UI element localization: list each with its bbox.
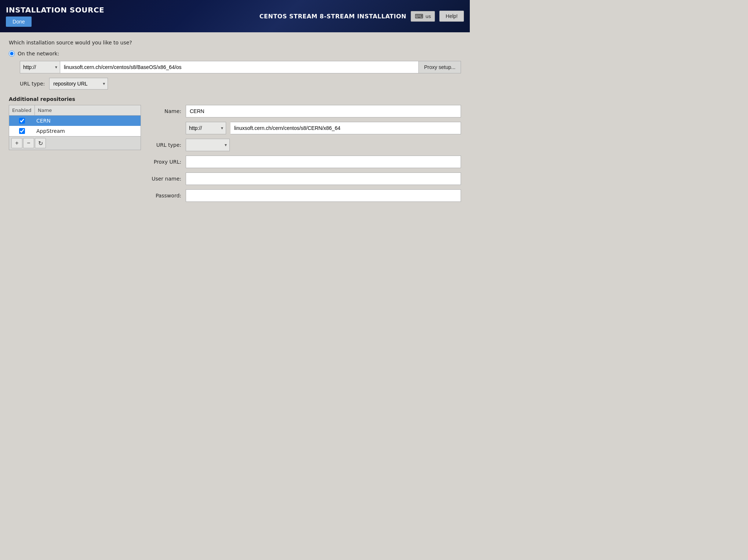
header-left: INSTALLATION SOURCE Done bbox=[6, 6, 104, 27]
distro-title: CENTOS STREAM 8-STREAM INSTALLATION bbox=[259, 13, 406, 20]
appstream-enabled-checkbox[interactable] bbox=[19, 128, 25, 134]
url-type-select[interactable]: repository URL Metalink MirrorList bbox=[49, 78, 108, 90]
detail-password-row: Password: bbox=[148, 189, 461, 202]
repos-container: Enabled Name CERN AppStream + bbox=[9, 105, 461, 206]
add-repo-button[interactable]: + bbox=[11, 138, 22, 148]
repo-list-header: Enabled Name bbox=[9, 105, 141, 116]
detail-username-label: User name: bbox=[148, 176, 181, 182]
repo-url-input[interactable]: linuxsoft.cern.ch/cern/centos/s8/CERN/x8… bbox=[230, 122, 461, 134]
col-enabled-header: Enabled bbox=[9, 105, 35, 115]
on-network-radio[interactable] bbox=[9, 51, 15, 57]
detail-username-row: User name: bbox=[148, 172, 461, 185]
keyboard-layout: us bbox=[425, 14, 431, 19]
cern-enabled-checkbox[interactable] bbox=[19, 118, 25, 124]
detail-protocol-select-wrapper: http:// https:// ftp:// nfs:// bbox=[186, 122, 226, 134]
detail-urltype-select[interactable]: repository URL Metalink MirrorList bbox=[186, 139, 230, 151]
repo-enabled-cell bbox=[9, 128, 35, 134]
repo-proxy-input[interactable] bbox=[186, 156, 461, 168]
detail-urltype-label: URL type: bbox=[148, 142, 181, 148]
repo-list: CERN AppStream bbox=[9, 116, 141, 136]
on-network-radio-row: On the network: bbox=[9, 51, 461, 57]
repo-username-input[interactable] bbox=[186, 172, 461, 185]
detail-proxy-row: Proxy URL: bbox=[148, 156, 461, 168]
refresh-repo-button[interactable]: ↻ bbox=[35, 138, 46, 148]
appstream-repo-name: AppStream bbox=[35, 128, 65, 134]
on-network-label[interactable]: On the network: bbox=[18, 51, 59, 57]
additional-repos-title: Additional repositories bbox=[9, 96, 461, 102]
main-url-input[interactable]: linuxsoft.cern.ch/cern/centos/s8/BaseOS/… bbox=[60, 61, 419, 73]
question-label: Which installation source would you like… bbox=[9, 40, 461, 46]
detail-password-label: Password: bbox=[148, 193, 181, 199]
header-right: CENTOS STREAM 8-STREAM INSTALLATION ⌨ us… bbox=[259, 11, 464, 22]
detail-name-row: Name: CERN bbox=[148, 105, 461, 117]
repo-list-panel: Enabled Name CERN AppStream + bbox=[9, 105, 141, 150]
repo-enabled-cell bbox=[9, 118, 35, 124]
cern-repo-name: CERN bbox=[35, 118, 51, 124]
proxy-setup-button[interactable]: Proxy setup... bbox=[419, 61, 461, 73]
repo-toolbar: + − ↻ bbox=[9, 136, 141, 150]
detail-urltype-row: URL type: repository URL Metalink Mirror… bbox=[148, 139, 461, 151]
detail-proxy-label: Proxy URL: bbox=[148, 159, 181, 165]
header: INSTALLATION SOURCE Done CENTOS STREAM 8… bbox=[0, 0, 470, 32]
main-content: Which installation source would you like… bbox=[0, 32, 470, 214]
done-button[interactable]: Done bbox=[6, 17, 32, 27]
protocol-select[interactable]: http:// https:// ftp:// nfs:// bbox=[20, 61, 60, 73]
url-type-select-wrapper: repository URL Metalink MirrorList bbox=[49, 78, 108, 90]
remove-repo-button[interactable]: − bbox=[23, 138, 34, 148]
network-url-row: http:// https:// ftp:// nfs:// linuxsoft… bbox=[20, 61, 461, 73]
help-button[interactable]: Help! bbox=[439, 11, 464, 22]
repo-details-panel: Name: CERN http:// https:// ftp:// nfs:/… bbox=[148, 105, 461, 206]
detail-name-label: Name: bbox=[148, 108, 181, 114]
page-title: INSTALLATION SOURCE bbox=[6, 6, 104, 14]
detail-urltype-select-wrapper: repository URL Metalink MirrorList bbox=[186, 139, 230, 151]
keyboard-indicator[interactable]: ⌨ us bbox=[411, 11, 435, 22]
protocol-select-wrapper: http:// https:// ftp:// nfs:// bbox=[20, 61, 60, 73]
url-type-label: URL type: bbox=[20, 81, 45, 87]
repo-password-input[interactable] bbox=[186, 189, 461, 202]
list-item[interactable]: CERN bbox=[9, 116, 141, 126]
col-name-header: Name bbox=[35, 105, 55, 115]
detail-protocol-select[interactable]: http:// https:// ftp:// nfs:// bbox=[186, 122, 226, 134]
list-item[interactable]: AppStream bbox=[9, 126, 141, 136]
detail-url-row: http:// https:// ftp:// nfs:// linuxsoft… bbox=[148, 122, 461, 134]
keyboard-icon: ⌨ bbox=[415, 13, 423, 20]
repo-name-input[interactable]: CERN bbox=[186, 105, 461, 117]
url-type-row: URL type: repository URL Metalink Mirror… bbox=[20, 78, 461, 90]
